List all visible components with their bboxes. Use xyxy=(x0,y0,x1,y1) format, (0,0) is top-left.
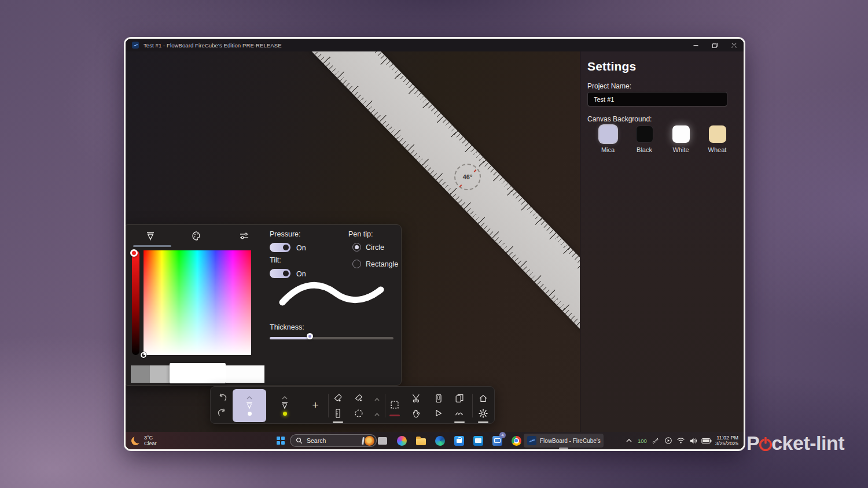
taskbar-item-flowboard-active[interactable]: FlowBoard - FireCube's xyxy=(524,434,604,448)
battery-icon[interactable] xyxy=(700,433,713,448)
background-option-white[interactable]: White xyxy=(663,125,699,153)
flowboard-app-icon xyxy=(132,42,139,49)
black-swatch[interactable] xyxy=(636,125,653,143)
system-tray: 100 11:02 PM 3/25/2025 xyxy=(623,432,744,449)
recent-color-swatch[interactable] xyxy=(131,365,150,383)
thickness-label: Thickness: xyxy=(270,323,304,331)
active-tool-underline xyxy=(454,422,465,423)
taskbar-item-copilot[interactable] xyxy=(395,434,409,448)
rect-select-button[interactable] xyxy=(386,397,403,412)
pen-battery-percent[interactable]: 100 xyxy=(635,438,649,444)
taskbar-item-store[interactable] xyxy=(452,434,466,448)
drawing-canvas[interactable]: 46° xyxy=(126,51,580,432)
recent-color-swatch[interactable] xyxy=(226,365,264,383)
pen-tip-radio-rectangle[interactable] xyxy=(352,260,361,268)
search-icon xyxy=(296,437,303,444)
taskbar-item-edge[interactable] xyxy=(433,434,447,448)
eraser-options-chevron[interactable] xyxy=(368,392,385,407)
mica-swatch[interactable] xyxy=(599,125,617,143)
chrome-icon xyxy=(512,436,521,446)
chevron-up-icon xyxy=(247,396,252,400)
redo-button[interactable] xyxy=(214,406,231,421)
record-tray-icon[interactable] xyxy=(662,433,675,448)
pen-tip-radio-circle[interactable] xyxy=(352,243,361,252)
task-view-icon xyxy=(378,437,387,445)
cut-button[interactable] xyxy=(408,391,425,406)
tab-palette[interactable] xyxy=(184,228,209,243)
saturation-value-thumb[interactable] xyxy=(141,352,146,358)
volume-icon[interactable] xyxy=(687,433,700,448)
clock-date: 3/25/2025 xyxy=(715,441,738,447)
minimize-button[interactable] xyxy=(686,39,705,51)
eraser-2-button[interactable] xyxy=(350,391,367,406)
thickness-slider-thumb[interactable] xyxy=(307,333,313,339)
background-option-wheat[interactable]: Wheat xyxy=(699,125,735,153)
eraser-button[interactable] xyxy=(329,391,347,406)
paste-button[interactable] xyxy=(451,391,468,406)
copy-button[interactable] xyxy=(430,391,447,406)
ink-mode-button-active[interactable] xyxy=(451,406,468,421)
pen-tool-2[interactable] xyxy=(268,389,301,422)
tab-pen[interactable] xyxy=(138,228,163,243)
undo-button[interactable] xyxy=(214,391,231,406)
folder-icon xyxy=(416,438,426,445)
shapes-options-chevron[interactable] xyxy=(368,407,385,422)
tab-adjustments[interactable] xyxy=(231,228,257,243)
pointer-button[interactable] xyxy=(430,406,447,421)
tray-chevron-up[interactable] xyxy=(623,433,635,448)
hue-slider-thumb[interactable] xyxy=(130,249,138,257)
settings-button-active[interactable] xyxy=(475,406,492,421)
pen-nib-icon xyxy=(145,230,156,242)
weather-widget[interactable]: 3°C Clear xyxy=(131,433,157,448)
ruler-angle-dial: 46° xyxy=(454,164,481,190)
search-highlight-image[interactable] xyxy=(365,436,374,446)
home-button[interactable] xyxy=(475,391,492,406)
windows-taskbar: 3°C Clear Search 4 xyxy=(126,432,744,449)
project-name-input[interactable] xyxy=(587,92,727,106)
recent-color-swatch[interactable] xyxy=(150,365,170,383)
pan-hand-button[interactable] xyxy=(408,406,425,421)
tilt-toggle[interactable] xyxy=(270,269,290,278)
taskbar-item-chrome[interactable] xyxy=(509,434,523,448)
start-button[interactable] xyxy=(274,434,288,448)
pressure-toggle[interactable] xyxy=(270,243,290,252)
swatch-label: Black xyxy=(637,146,652,153)
taskbar-item-file-explorer[interactable] xyxy=(414,434,428,448)
pen-tool-active[interactable] xyxy=(233,389,266,422)
taskbar-clock[interactable]: 11:02 PM 3/25/2025 xyxy=(715,435,738,447)
add-pen-button[interactable]: + xyxy=(307,396,324,415)
taskbar-item-mail[interactable]: 4 xyxy=(490,434,504,448)
settings-title: Settings xyxy=(587,60,636,73)
hue-slider[interactable] xyxy=(132,250,139,355)
search-box[interactable]: Search xyxy=(290,434,377,447)
window-titlebar: Test #1 - FlowBoard FireCube's Edition P… xyxy=(126,39,744,51)
background-option-mica[interactable]: Mica xyxy=(590,125,626,153)
pressure-label: Pressure: xyxy=(270,230,301,238)
project-name-label: Project Name: xyxy=(587,82,631,90)
toolbar-divider xyxy=(385,394,385,417)
chevron-up-icon xyxy=(374,398,380,401)
desktop-screenshot: Test #1 - FlowBoard FireCube's Edition P… xyxy=(124,37,745,451)
taskbar-item-task-view[interactable] xyxy=(376,434,389,448)
white-swatch[interactable] xyxy=(672,125,690,143)
toolbar-divider xyxy=(472,394,473,417)
taskbar-item-outlook[interactable] xyxy=(471,434,485,448)
restore-button[interactable] xyxy=(705,39,724,51)
chevron-up-icon xyxy=(626,439,632,442)
lasso-select-button[interactable] xyxy=(350,406,367,421)
saturation-value-picker[interactable] xyxy=(144,250,251,355)
weather-temp: 3°C xyxy=(144,435,157,441)
background-option-black[interactable]: Black xyxy=(626,125,663,153)
pen-tip-label: Pen tip: xyxy=(348,230,373,238)
pen-tray-icon[interactable] xyxy=(649,433,662,448)
wifi-icon[interactable] xyxy=(675,433,687,448)
pen-tip-rectangle-label: Rectangle xyxy=(366,260,398,268)
thickness-slider[interactable] xyxy=(270,337,393,339)
flowboard-app-icon xyxy=(527,436,536,445)
chevron-up-icon xyxy=(374,413,380,416)
wheat-swatch[interactable] xyxy=(709,125,726,143)
close-button[interactable] xyxy=(724,39,744,51)
gear-icon xyxy=(478,408,488,419)
recent-color-swatch-selected[interactable] xyxy=(170,363,226,383)
ruler-tool-button-active[interactable] xyxy=(329,406,347,421)
